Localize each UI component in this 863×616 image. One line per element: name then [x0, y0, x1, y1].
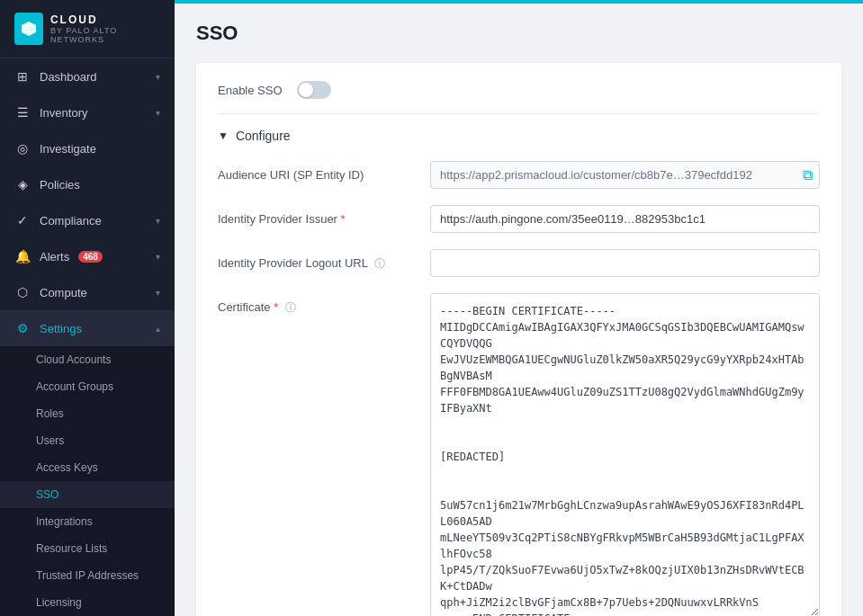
sidebar-item-licensing[interactable]: Licensing — [0, 589, 175, 616]
enable-sso-row: Enable SSO — [218, 81, 820, 114]
dashboard-icon: ⊞ — [14, 68, 31, 85]
sso-card: Enable SSO ▼ Configure Audience URI (SP … — [196, 63, 841, 616]
chevron-down-icon: ▼ — [218, 129, 229, 142]
policies-icon: ◈ — [14, 176, 31, 192]
chevron-icon: ▾ — [156, 216, 160, 226]
logo: CLOUD BY PALO ALTO NETWORKS — [0, 0, 175, 58]
idp-issuer-input[interactable] — [430, 205, 820, 233]
sidebar-label-alerts: Alerts — [40, 250, 69, 263]
sidebar-item-compliance[interactable]: ✓ Compliance ▾ — [0, 202, 175, 238]
enable-sso-toggle[interactable] — [297, 81, 331, 99]
sidebar-item-compute[interactable]: ⬡ Compute ▾ — [0, 274, 175, 310]
audience-uri-input-wrap: ⧉ — [430, 161, 820, 189]
chevron-icon: ▾ — [156, 252, 160, 262]
audience-uri-label: Audience URI (SP Entity ID) — [218, 161, 416, 182]
sub-nav-label: Licensing — [36, 596, 82, 609]
audience-uri-row: Audience URI (SP Entity ID) ⧉ — [218, 161, 820, 189]
sidebar-label-policies: Policies — [40, 178, 80, 192]
idp-logout-row: Identity Provider Logout URL ⓘ — [218, 249, 820, 277]
sub-nav-label: Access Keys — [36, 461, 98, 474]
settings-icon: ⚙ — [14, 320, 31, 336]
sidebar-item-dashboard[interactable]: ⊞ Dashboard ▾ — [0, 58, 175, 94]
logo-text: CLOUD — [50, 13, 160, 26]
sidebar: CLOUD BY PALO ALTO NETWORKS ⊞ Dashboard … — [0, 0, 175, 616]
settings-sub-nav: Cloud Accounts Account Groups Roles User… — [0, 346, 175, 616]
investigate-icon: ◎ — [14, 140, 31, 156]
sidebar-item-trusted-ip[interactable]: Trusted IP Addresses — [0, 562, 175, 589]
logo-icon — [14, 13, 43, 45]
sidebar-label-compliance: Compliance — [40, 214, 102, 228]
compute-icon: ⬡ — [14, 284, 31, 300]
sub-nav-label: Cloud Accounts — [36, 353, 111, 366]
certificate-textarea[interactable]: -----BEGIN CERTIFICATE----- MIIDgDCCAmig… — [430, 293, 820, 616]
audience-uri-input[interactable] — [430, 161, 820, 189]
main-content: SSO Enable SSO ▼ Configure Audience URI … — [175, 0, 863, 616]
sidebar-item-resource-lists[interactable]: Resource Lists — [0, 535, 175, 562]
sidebar-item-access-keys[interactable]: Access Keys — [0, 454, 175, 481]
sub-nav-label: Integrations — [36, 515, 93, 528]
compliance-icon: ✓ — [14, 212, 31, 228]
chevron-icon: ▴ — [156, 324, 160, 334]
info-icon: ⓘ — [285, 301, 296, 314]
idp-issuer-input-wrap — [430, 205, 820, 233]
sidebar-label-investigate: Investigate — [40, 142, 96, 156]
idp-issuer-row: Identity Provider Issuer * — [218, 205, 820, 233]
certificate-row: Certificate * ⓘ -----BEGIN CERTIFICATE--… — [218, 293, 820, 616]
sub-nav-label: Roles — [36, 407, 64, 420]
alerts-badge: 468 — [78, 251, 103, 263]
copy-icon[interactable]: ⧉ — [803, 167, 813, 183]
sidebar-label-compute: Compute — [40, 286, 87, 299]
sidebar-label-inventory: Inventory — [40, 106, 87, 120]
sidebar-item-sso[interactable]: SSO — [0, 481, 175, 508]
certificate-label: Certificate * ⓘ — [218, 293, 416, 316]
sidebar-item-account-groups[interactable]: Account Groups — [0, 373, 175, 400]
idp-issuer-label: Identity Provider Issuer * — [218, 205, 416, 226]
idp-logout-input-wrap — [430, 249, 820, 277]
chevron-icon: ▾ — [156, 72, 160, 82]
sidebar-item-policies[interactable]: ◈ Policies — [0, 166, 175, 202]
sidebar-item-inventory[interactable]: ☰ Inventory ▾ — [0, 94, 175, 130]
chevron-icon: ▾ — [156, 288, 160, 298]
certificate-input-wrap: -----BEGIN CERTIFICATE----- MIIDgDCCAmig… — [430, 293, 820, 616]
chevron-icon: ▾ — [156, 108, 160, 118]
required-marker: * — [274, 300, 278, 314]
sidebar-label-settings: Settings — [40, 322, 82, 335]
sub-nav-label: Account Groups — [36, 380, 113, 393]
sidebar-item-alerts[interactable]: 🔔 Alerts 468 ▾ — [0, 238, 175, 274]
sub-nav-label: Resource Lists — [36, 542, 107, 555]
idp-logout-label: Identity Provider Logout URL ⓘ — [218, 249, 416, 272]
sidebar-item-users[interactable]: Users — [0, 427, 175, 454]
required-marker: * — [341, 212, 346, 226]
sidebar-item-cloud-accounts[interactable]: Cloud Accounts — [0, 346, 175, 373]
enable-sso-label: Enable SSO — [218, 84, 283, 97]
sub-nav-label: Trusted IP Addresses — [36, 569, 139, 582]
sub-nav-label: SSO — [36, 488, 58, 501]
configure-label: Configure — [236, 129, 291, 143]
configure-header[interactable]: ▼ Configure — [218, 129, 820, 143]
idp-logout-input[interactable] — [430, 249, 820, 277]
sidebar-item-roles[interactable]: Roles — [0, 400, 175, 427]
sidebar-item-investigate[interactable]: ◎ Investigate — [0, 130, 175, 166]
logo-sub: BY PALO ALTO NETWORKS — [50, 26, 160, 44]
inventory-icon: ☰ — [14, 104, 31, 121]
page-title: SSO — [196, 22, 841, 45]
info-icon: ⓘ — [374, 257, 385, 270]
sidebar-label-dashboard: Dashboard — [40, 70, 97, 84]
sub-nav-label: Users — [36, 434, 64, 447]
sidebar-item-settings[interactable]: ⚙ Settings ▴ — [0, 310, 175, 346]
sidebar-item-integrations[interactable]: Integrations — [0, 508, 175, 535]
alerts-icon: 🔔 — [14, 248, 31, 264]
content-area: SSO Enable SSO ▼ Configure Audience URI … — [175, 4, 863, 616]
